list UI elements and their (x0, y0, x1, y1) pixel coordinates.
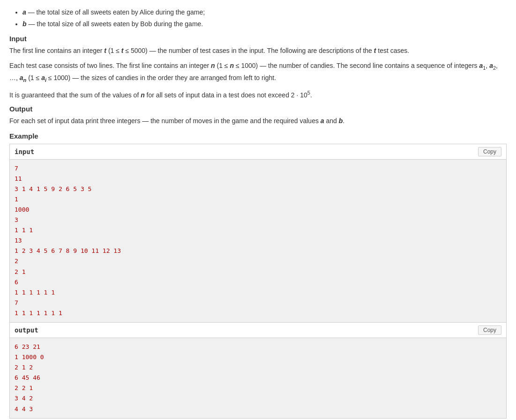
var-a: a (22, 8, 26, 16)
bullet-text-a: — the total size of all sweets eaten by … (28, 8, 205, 16)
input-label: input (15, 148, 34, 155)
output-label: output (15, 326, 38, 334)
example-title: Example (9, 132, 507, 140)
output-example-header: output Copy (10, 323, 506, 338)
output-section: Output For each set of input data print … (9, 105, 507, 126)
example-section: Example input Copy 7 11 3 1 4 1 5 9 2 6 … (9, 132, 507, 419)
input-para1: The first line contains an integer t (1 … (9, 45, 507, 56)
input-title: Input (9, 35, 507, 43)
output-copy-button[interactable]: Copy (478, 325, 501, 335)
bullet-list: a — the total size of all sweets eaten b… (9, 7, 507, 29)
input-example-header: input Copy (10, 144, 506, 160)
input-example-content: 7 11 3 1 4 1 5 9 2 6 5 3 5 1 1000 3 1 1 … (10, 160, 506, 322)
input-copy-button[interactable]: Copy (478, 147, 501, 156)
output-example-block: output Copy 6 23 21 1 1000 0 2 1 2 6 45 … (9, 323, 507, 419)
var-b: b (22, 20, 27, 28)
input-example-block: input Copy 7 11 3 1 4 1 5 9 2 6 5 3 5 1 … (9, 144, 507, 323)
input-para3: It is guaranteed that the sum of the val… (9, 89, 507, 100)
output-para: For each set of input data print three i… (9, 116, 507, 126)
output-example-content: 6 23 21 1 1000 0 2 1 2 6 45 46 2 2 1 3 4… (10, 338, 506, 418)
input-para2: Each test case consists of two lines. Th… (9, 60, 507, 84)
output-title: Output (9, 105, 507, 113)
input-section: Input The first line contains an integer… (9, 35, 507, 100)
bullet-item-a: a — the total size of all sweets eaten b… (22, 7, 507, 17)
bullet-text-b: — the total size of all sweets eaten by … (28, 20, 203, 28)
bullet-item-b: b — the total size of all sweets eaten b… (22, 19, 507, 29)
